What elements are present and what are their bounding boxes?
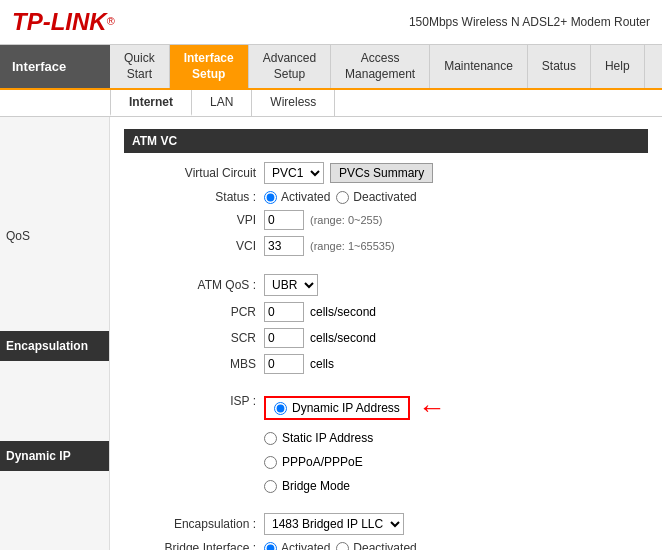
activated-radio[interactable] <box>264 191 277 204</box>
sidebar-qos-label: QoS <box>0 221 109 251</box>
sidebar: QoS Encapsulation Dynamic IP <box>0 117 110 550</box>
red-arrow-icon: ← <box>418 394 446 422</box>
scr-label: SCR <box>124 331 264 345</box>
nav-items: Quick Start Interface Setup Advanced Set… <box>110 45 645 88</box>
sidebar-encapsulation: Encapsulation <box>0 331 109 361</box>
atm-qos-row: ATM QoS : UBR <box>124 273 648 297</box>
dynamic-ip-box: Dynamic IP Address <box>264 396 410 420</box>
nav-item-quick-start[interactable]: Quick Start <box>110 45 170 88</box>
atm-vc-section-header: ATM VC <box>124 129 648 153</box>
activated-radio-group[interactable]: Activated <box>264 190 330 204</box>
mbs-unit: cells <box>310 357 334 371</box>
static-ip-label: Static IP Address <box>282 431 373 445</box>
mbs-row: MBS cells <box>124 353 648 375</box>
bridge-deactivated-group[interactable]: Deactivated <box>336 541 416 550</box>
nav-item-maintenance[interactable]: Maintenance <box>430 45 528 88</box>
nav-item-access-management[interactable]: Access Management <box>331 45 430 88</box>
vc-select[interactable]: PVC1 <box>264 162 324 184</box>
atm-qos-select[interactable]: UBR <box>264 274 318 296</box>
nav-item-status[interactable]: Status <box>528 45 591 88</box>
dynamic-ip-radio[interactable] <box>274 402 287 415</box>
virtual-circuit-label: Virtual Circuit <box>124 166 264 180</box>
header: TP-LINK® 150Mbps Wireless N ADSL2+ Modem… <box>0 0 662 45</box>
bridge-deactivated-radio[interactable] <box>336 542 349 550</box>
bridge-radio[interactable] <box>264 480 277 493</box>
router-model: 150Mbps Wireless N ADSL2+ Modem Router <box>409 15 650 29</box>
bridge-interface-label: Bridge Interface : <box>124 541 264 550</box>
nav-item-interface-setup[interactable]: Interface Setup <box>170 45 249 88</box>
deactivated-radio-group[interactable]: Deactivated <box>336 190 416 204</box>
pppoa-label: PPPoA/PPPoE <box>282 455 363 469</box>
sub-nav: Internet LAN Wireless <box>0 90 662 117</box>
pcr-unit: cells/second <box>310 305 376 319</box>
scr-unit: cells/second <box>310 331 376 345</box>
vpi-range: (range: 0~255) <box>310 214 382 226</box>
encapsulation-label: Encapsulation : <box>124 517 264 531</box>
vci-label: VCI <box>124 239 264 253</box>
mbs-label: MBS <box>124 357 264 371</box>
pvcs-summary-btn[interactable]: PVCs Summary <box>330 163 433 183</box>
bridge-row: Bridge Mode <box>264 479 350 493</box>
pcr-input[interactable] <box>264 302 304 322</box>
scr-row: SCR cells/second <box>124 327 648 349</box>
deactivated-radio[interactable] <box>336 191 349 204</box>
subnav-lan[interactable]: LAN <box>192 90 252 116</box>
bridge-interface-row: Bridge Interface : Activated Deactivated <box>124 540 648 550</box>
virtual-circuit-value: PVC1 PVCs Summary <box>264 162 433 184</box>
bridge-activated-radio[interactable] <box>264 542 277 550</box>
scr-input[interactable] <box>264 328 304 348</box>
vpi-label: VPI <box>124 213 264 227</box>
vpi-row: VPI (range: 0~255) <box>124 209 648 231</box>
mbs-input[interactable] <box>264 354 304 374</box>
isp-label: ISP : <box>124 394 264 408</box>
nav-item-help[interactable]: Help <box>591 45 645 88</box>
static-ip-row: Static IP Address <box>264 431 373 445</box>
status-label: Status : <box>124 190 264 204</box>
main-content: QoS Encapsulation Dynamic IP ATM VC Virt… <box>0 117 662 550</box>
bridge-activated-group[interactable]: Activated <box>264 541 330 550</box>
encapsulation-select[interactable]: 1483 Bridged IP LLC <box>264 513 404 535</box>
dynamic-ip-label: Dynamic IP Address <box>292 401 400 415</box>
pcr-label: PCR <box>124 305 264 319</box>
bridge-activated-label: Activated <box>281 541 330 550</box>
subnav-wireless[interactable]: Wireless <box>252 90 335 116</box>
nav-item-advanced-setup[interactable]: Advanced Setup <box>249 45 331 88</box>
logo: TP-LINK® <box>12 8 115 36</box>
status-row: Status : Activated Deactivated <box>124 189 648 205</box>
vci-range: (range: 1~65535) <box>310 240 395 252</box>
vci-row: VCI (range: 1~65535) <box>124 235 648 257</box>
atm-qos-label: ATM QoS : <box>124 278 264 292</box>
vpi-input[interactable] <box>264 210 304 230</box>
nav-bar: Interface Quick Start Interface Setup Ad… <box>0 45 662 90</box>
bridge-deactivated-label: Deactivated <box>353 541 416 550</box>
subnav-internet[interactable]: Internet <box>110 90 192 116</box>
static-ip-radio[interactable] <box>264 432 277 445</box>
pppoa-row: PPPoA/PPPoE <box>264 455 363 469</box>
virtual-circuit-row: Virtual Circuit PVC1 PVCs Summary <box>124 161 648 185</box>
bridge-label: Bridge Mode <box>282 479 350 493</box>
pcr-row: PCR cells/second <box>124 301 648 323</box>
vci-input[interactable] <box>264 236 304 256</box>
encapsulation-row: Encapsulation : 1483 Bridged IP LLC <box>124 512 648 536</box>
pppoa-radio[interactable] <box>264 456 277 469</box>
sidebar-dynamic-ip: Dynamic IP <box>0 441 109 471</box>
nav-section-title: Interface <box>0 45 110 88</box>
isp-row: ISP : Dynamic IP Address ← Static IP Add… <box>124 393 648 496</box>
